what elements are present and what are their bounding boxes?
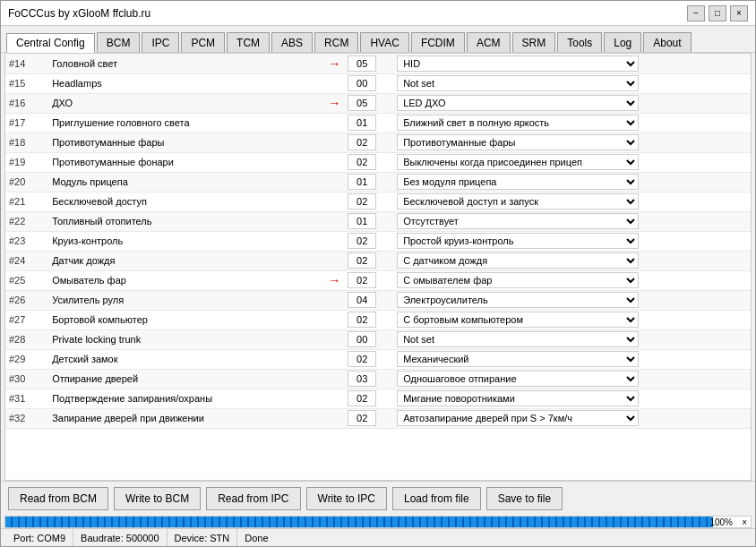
row-value-input[interactable]	[348, 233, 376, 249]
table-row: #29Детский замокМеханическийЭлектронный	[5, 349, 751, 369]
row-dropdown[interactable]: МеханическийЭлектронный	[397, 351, 639, 367]
scroll-area[interactable]: #14Головной свет→HIDГалогеновые лампыКсе…	[5, 54, 751, 480]
tab-acm[interactable]: ACM	[467, 32, 511, 52]
row-arrow	[307, 369, 344, 389]
read-ipc-button[interactable]: Read from IPC	[206, 487, 300, 510]
close-button[interactable]: ×	[730, 5, 748, 21]
row-dropdown[interactable]: Мигание поворотникамиЗвуковой сигнал	[397, 390, 639, 406]
tab-about[interactable]: About	[643, 32, 691, 52]
row-dropdown[interactable]: ЭлектроусилительГидроусилитель	[397, 292, 639, 308]
row-value-input[interactable]	[348, 312, 376, 328]
row-value-input[interactable]	[348, 213, 376, 229]
row-dropdown-cell: Противотуманные фарыБез ПТФ	[393, 132, 751, 152]
row-arrow	[307, 408, 344, 428]
row-dropdown[interactable]: С омывателем фарБез омывателя	[397, 272, 639, 288]
row-number: #22	[5, 211, 48, 231]
row-value-input[interactable]	[348, 75, 376, 91]
row-dropdown[interactable]: ОтсутствуетПрисутствует	[397, 213, 639, 229]
table-row: #20Модуль прицепаБез модуля прицепаС мод…	[5, 172, 751, 192]
table-row: #27Бортовой компьютерС бортовым компьюте…	[5, 310, 751, 329]
row-value-input[interactable]	[348, 154, 376, 170]
row-value-input[interactable]	[348, 56, 376, 72]
row-value-input[interactable]	[348, 351, 376, 367]
row-value-cell	[344, 231, 393, 251]
row-value-input[interactable]	[348, 95, 376, 111]
row-value-input[interactable]	[348, 331, 376, 347]
maximize-button[interactable]: □	[709, 5, 726, 21]
row-dropdown[interactable]: Одношаговое отпираниеДвухшаговое	[397, 371, 639, 387]
row-dropdown[interactable]: Ближний свет в полную яркостьПриглушение	[397, 115, 639, 131]
table-row: #19Противотуманные фонариВыключены когда…	[5, 152, 751, 172]
table-row: #28Private locking trunkNot setOption 1	[5, 329, 751, 349]
progress-bar-fill	[5, 517, 713, 527]
write-bcm-button[interactable]: Write to BCM	[114, 487, 201, 510]
row-value-input[interactable]	[348, 174, 376, 190]
window-title: FoCCCus by xGlooM ffclub.ru	[8, 7, 150, 20]
row-value-input[interactable]	[348, 272, 376, 288]
main-window: FoCCCus by xGlooM ffclub.ru − □ × Centra…	[0, 0, 756, 547]
row-dropdown[interactable]: LED ДХОБез ДХОЛампы ДХО	[397, 95, 639, 111]
table-row: #17Приглушение головного светаБлижний св…	[5, 113, 751, 132]
tab-bcm[interactable]: BCM	[97, 32, 141, 52]
progress-close-button[interactable]: ×	[742, 517, 747, 527]
table-row: #21Бесключевой доступБесключевой доступ …	[5, 192, 751, 211]
row-number: #23	[5, 231, 48, 251]
row-value-input[interactable]	[348, 115, 376, 131]
row-number: #26	[5, 290, 48, 310]
tab-abs[interactable]: ABS	[271, 32, 313, 52]
tab-rcm[interactable]: RCM	[314, 32, 358, 52]
row-number: #24	[5, 251, 48, 270]
row-number: #32	[5, 408, 48, 428]
title-bar: FoCCCus by xGlooM ffclub.ru − □ ×	[1, 1, 755, 26]
write-ipc-button[interactable]: Write to IPC	[306, 487, 387, 510]
progress-label: 100%	[709, 517, 733, 527]
tab-tools[interactable]: Tools	[557, 32, 602, 52]
red-arrow-icon: →	[328, 56, 340, 71]
red-arrow-icon: →	[328, 96, 340, 110]
row-dropdown[interactable]: Выключены когда присоединен прицепВсегда…	[397, 154, 639, 170]
row-dropdown[interactable]: Автозапирание дверей при S > 7км/чБез ав…	[397, 410, 639, 426]
save-file-button[interactable]: Save to file	[486, 487, 563, 510]
tab-fcdim[interactable]: FCDIM	[411, 32, 465, 52]
row-arrow	[307, 192, 344, 211]
row-value-input[interactable]	[348, 134, 376, 150]
tab-central-config[interactable]: Central Config	[6, 33, 95, 53]
row-value-cell	[344, 93, 393, 113]
row-dropdown[interactable]: С бортовым компьютеромБез	[397, 312, 639, 328]
row-dropdown[interactable]: Not setOption 1	[397, 331, 639, 347]
row-value-input[interactable]	[348, 390, 376, 406]
row-value-input[interactable]	[348, 371, 376, 387]
row-label: Бесключевой доступ	[48, 192, 307, 211]
row-label: Отпирание дверей	[48, 369, 307, 389]
row-dropdown[interactable]: Противотуманные фарыБез ПТФ	[397, 134, 639, 150]
row-dropdown[interactable]: Бесключевой доступ и запускТолько доступ	[397, 193, 639, 209]
row-dropdown[interactable]: HIDГалогеновые лампыКсенон	[397, 56, 639, 72]
tab-pcm[interactable]: PCM	[181, 32, 225, 52]
load-file-button[interactable]: Load from file	[392, 487, 481, 510]
row-value-cell	[344, 152, 393, 172]
row-value-input[interactable]	[348, 193, 376, 209]
tab-log[interactable]: Log	[604, 32, 641, 52]
window-controls: − □ ×	[687, 5, 748, 21]
row-label: Омыватель фар	[48, 270, 307, 290]
read-bcm-button[interactable]: Read from BCM	[8, 487, 108, 510]
row-value-input[interactable]	[348, 410, 376, 426]
row-dropdown[interactable]: Not setOption 1	[397, 75, 639, 91]
minimize-button[interactable]: −	[687, 5, 705, 21]
row-value-cell	[344, 290, 393, 310]
row-value-input[interactable]	[348, 292, 376, 308]
row-value-input[interactable]	[348, 252, 376, 269]
row-dropdown[interactable]: С датчиком дождяБез датчика	[397, 252, 639, 269]
tab-ipc[interactable]: IPC	[142, 32, 179, 52]
tab-hvac[interactable]: HVAC	[360, 32, 408, 52]
row-number: #17	[5, 113, 48, 132]
row-dropdown[interactable]: Простой круиз-контрольАдаптивный	[397, 233, 639, 249]
row-label: Подтверждение запирания/охраны	[48, 389, 307, 408]
row-dropdown[interactable]: Без модуля прицепаС модулем прицепа	[397, 174, 639, 190]
row-arrow	[307, 251, 344, 270]
row-value-cell	[344, 251, 393, 270]
progress-bar-container: 100% ×	[4, 516, 752, 528]
tab-srm[interactable]: SRM	[512, 32, 556, 52]
table-row: #22Топливный отопительОтсутствуетПрисутс…	[5, 211, 751, 231]
tab-tcm[interactable]: TCM	[227, 32, 270, 52]
